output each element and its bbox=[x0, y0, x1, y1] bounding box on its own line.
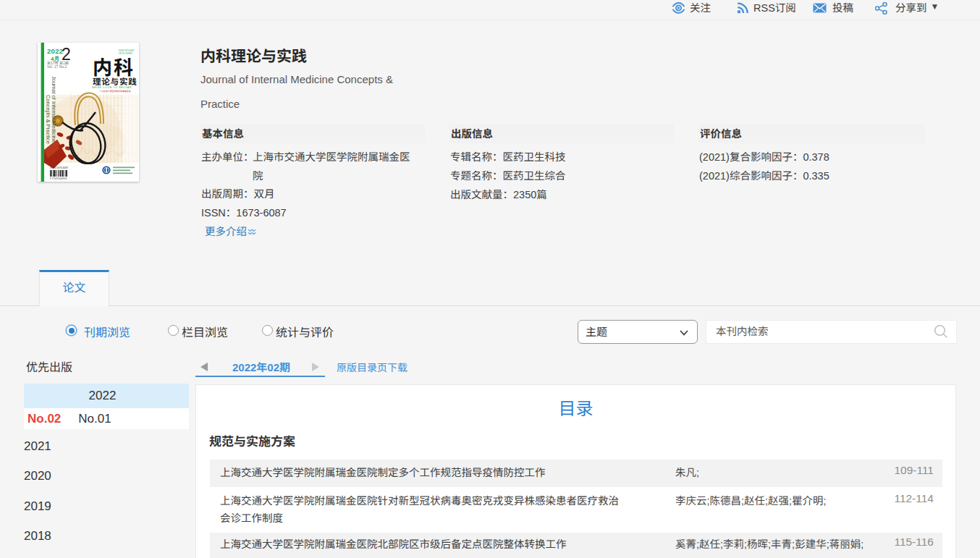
svg-text:上海交通大学医学院附属瑞金医院: 上海交通大学医学院附属瑞金医院 bbox=[99, 90, 130, 93]
svg-text:NEIKE LILUN YU SHIJIAN: NEIKE LILUN YU SHIJIAN bbox=[92, 86, 132, 89]
svg-text:Concepts & Practice: Concepts & Practice bbox=[45, 95, 51, 144]
svg-text:Vol. 17 No.2: Vol. 17 No.2 bbox=[47, 64, 67, 69]
svg-text:9 771673 608705: 9 771673 608705 bbox=[50, 177, 67, 180]
svg-text:ISSN 1673-6087: ISSN 1673-6087 bbox=[50, 166, 68, 169]
